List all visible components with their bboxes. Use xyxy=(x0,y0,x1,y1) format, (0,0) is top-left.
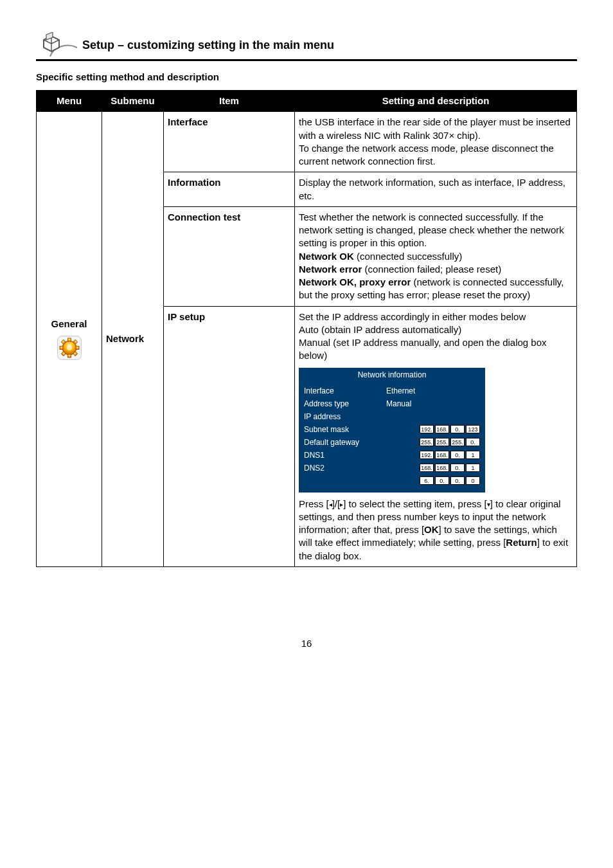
desc-conn-ok-txt: (connected successfully) xyxy=(354,251,462,262)
oct: 168. xyxy=(435,425,449,433)
txt: ] to select the setting item, press [ xyxy=(343,498,486,509)
desc-interface-l2: To change the network access mode, pleas… xyxy=(299,143,554,167)
ok-key: OK xyxy=(424,524,439,535)
svg-rect-3 xyxy=(67,354,71,357)
return-key: Return xyxy=(506,537,537,548)
oct: 0. xyxy=(450,451,465,459)
desc-conn-l1: Test whether the network is connected su… xyxy=(299,212,564,249)
nib-mask-octets: 255. 255. 255. 0. xyxy=(420,438,480,446)
item-information: Information xyxy=(164,172,295,207)
col-item: Item xyxy=(164,91,295,112)
network-info-box: Network information Interface Ethernet A… xyxy=(299,368,485,493)
item-interface: Interface xyxy=(164,112,295,172)
nib-dns1-label: DNS1 xyxy=(304,450,386,460)
oct: 255. xyxy=(435,438,449,446)
col-menu: Menu xyxy=(37,91,102,112)
txt: ]/[ xyxy=(332,498,341,509)
col-submenu: Submenu xyxy=(102,91,164,112)
ip-l1: Set the IP address accordingly in either… xyxy=(299,311,526,322)
ip-l2: Auto (obtain IP address automatically) xyxy=(299,324,461,335)
oct: 1 xyxy=(466,451,480,459)
gear-icon xyxy=(57,335,82,361)
nib-type-label: Address type xyxy=(304,399,386,409)
ip-l3: Manual (set IP address manually, and ope… xyxy=(299,337,547,361)
ip-instructions: Press [◂]/[▸] to select the setting item… xyxy=(299,498,568,561)
txt: Press [ xyxy=(299,498,329,509)
nib-dns2-octets: 6. 0. 0. 0 xyxy=(420,476,480,485)
nib-type-val: Manual xyxy=(386,399,480,409)
desc-information: Display the network information, such as… xyxy=(295,172,577,207)
oct: 0. xyxy=(466,438,480,446)
desc-conn-err-txt: (connection failed; please reset) xyxy=(362,264,501,275)
desc-conn-err: Network error xyxy=(299,264,362,275)
page-number: 16 xyxy=(36,638,577,649)
desc-interface-l1: the USB interface in the rear side of th… xyxy=(299,116,571,140)
nib-interface-val: Ethernet xyxy=(386,386,480,396)
oct: 0 xyxy=(466,476,480,485)
nib-ip-octets: 192. 168. 0. 123 xyxy=(420,425,480,433)
oct: 255. xyxy=(450,438,465,446)
oct: 168. xyxy=(420,464,434,472)
item-ip-setup: IP setup xyxy=(164,306,295,566)
nib-mask-label: Subnet mask xyxy=(304,424,386,435)
item-connection-test: Connection test xyxy=(164,206,295,306)
svg-rect-5 xyxy=(76,346,79,349)
col-desc: Setting and description xyxy=(295,91,577,112)
oct: 0. xyxy=(450,425,465,433)
nib-gw-label: Default gateway xyxy=(304,437,386,448)
header-underline xyxy=(36,59,577,61)
oct: 0. xyxy=(435,476,449,485)
nib-dns1-octets: 168. 168. 0. 1 xyxy=(420,464,480,472)
desc-interface: the USB interface in the rear side of th… xyxy=(295,112,577,172)
setup-header-icon xyxy=(36,32,80,58)
submenu-network-label: Network xyxy=(106,333,144,344)
oct: 168. xyxy=(435,464,449,472)
oct: 255. xyxy=(420,438,434,446)
oct: 6. xyxy=(420,476,434,485)
nib-ip-label: IP address xyxy=(304,411,386,422)
settings-table: Menu Submenu Item Setting and descriptio… xyxy=(36,90,577,567)
oct: 192. xyxy=(420,451,434,459)
nib-dns2-label: DNS2 xyxy=(304,463,386,473)
page-title: Setup – customizing setting in the main … xyxy=(82,39,334,52)
desc-conn-ok: Network OK xyxy=(299,251,354,262)
oct: 123 xyxy=(466,425,480,433)
nib-gw-octets: 192. 168. 0. 1 xyxy=(420,451,480,459)
nib-interface-label: Interface xyxy=(304,386,386,396)
oct: 1 xyxy=(466,464,480,472)
oct: 0. xyxy=(450,464,465,472)
nib-title: Network information xyxy=(299,368,485,382)
oct: 0. xyxy=(450,476,465,485)
oct: 168. xyxy=(435,451,449,459)
oct: 192. xyxy=(420,425,434,433)
svg-rect-4 xyxy=(60,346,63,349)
svg-rect-2 xyxy=(67,338,71,341)
menu-general-label: General xyxy=(51,318,87,329)
section-subheading: Specific setting method and description xyxy=(36,71,577,82)
desc-conn-proxy: Network OK, proxy error xyxy=(299,276,411,287)
desc-connection-test: Test whether the network is connected su… xyxy=(295,206,577,306)
desc-ip-setup: Set the IP address accordingly in either… xyxy=(295,306,577,566)
svg-point-10 xyxy=(66,345,71,350)
